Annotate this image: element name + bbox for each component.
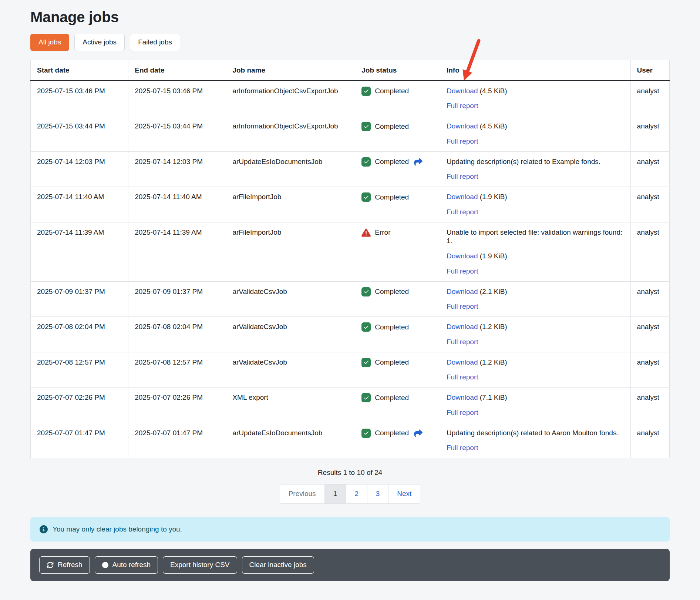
- cell-info: Download (7.1 KiB)Full report: [440, 388, 630, 423]
- full-report-link[interactable]: Full report: [447, 302, 478, 310]
- table-row: 2025-07-15 03:44 PM2025-07-15 03:44 PMar…: [31, 116, 670, 152]
- cell-user: analyst: [630, 187, 669, 222]
- clear-inactive-jobs-button[interactable]: Clear inactive jobs: [242, 556, 314, 574]
- download-link[interactable]: Download: [447, 193, 478, 201]
- export-history-csv-button[interactable]: Export history CSV: [163, 556, 237, 574]
- download-link[interactable]: Download: [447, 252, 478, 260]
- cell-job-name: arValidateCsvJob: [226, 352, 355, 388]
- share-arrow-icon: [414, 429, 423, 438]
- table-row: 2025-07-09 01:37 PM2025-07-09 01:37 PMar…: [31, 281, 670, 317]
- jobs-table-body: 2025-07-15 03:46 PM2025-07-15 03:46 PMar…: [31, 81, 670, 458]
- status-badge: Completed: [361, 157, 434, 167]
- info-line: Full report: [447, 338, 624, 346]
- dot-icon: [102, 562, 108, 568]
- download-link[interactable]: Download: [447, 358, 478, 366]
- cell-job-name: arInformationObjectCsvExportJob: [226, 81, 355, 116]
- cell-info: Download (1.2 KiB)Full report: [440, 352, 630, 388]
- cell-info: Updating description(s) related to Examp…: [440, 151, 630, 187]
- column-header-end-date: End date: [128, 60, 226, 80]
- cell-job-status: Error: [355, 222, 440, 281]
- tab-failed-jobs[interactable]: Failed jobs: [130, 34, 180, 51]
- full-report-link[interactable]: Full report: [447, 102, 478, 110]
- cell-job-status: Completed: [355, 187, 440, 222]
- table-row: 2025-07-07 01:47 PM2025-07-07 01:47 PMar…: [31, 423, 670, 458]
- cell-end-date: 2025-07-15 03:44 PM: [128, 116, 226, 152]
- cell-user: analyst: [630, 388, 669, 423]
- full-report-link[interactable]: Full report: [447, 373, 478, 381]
- info-line: Updating description(s) related to Aaron…: [447, 429, 624, 438]
- table-row: 2025-07-15 03:46 PM2025-07-15 03:46 PMar…: [31, 81, 670, 116]
- full-report-link[interactable]: Full report: [447, 338, 478, 346]
- cell-job-status: Completed: [355, 317, 440, 352]
- table-row: 2025-07-14 12:03 PM2025-07-14 12:03 PMar…: [31, 151, 670, 187]
- cell-start-date: 2025-07-14 12:03 PM: [31, 151, 128, 187]
- cell-info: Download (1.9 KiB)Full report: [440, 187, 630, 222]
- results-summary: Results 1 to 10 of 24: [30, 469, 670, 477]
- check-square-icon: [361, 322, 371, 332]
- cell-end-date: 2025-07-09 01:37 PM: [128, 281, 226, 317]
- button-label: Auto refresh: [112, 561, 151, 569]
- cell-start-date: 2025-07-15 03:46 PM: [31, 81, 128, 116]
- tab-all-jobs[interactable]: All jobs: [30, 34, 69, 51]
- tab-active-jobs[interactable]: Active jobs: [74, 34, 125, 51]
- table-row: 2025-07-14 11:40 AM2025-07-14 11:40 AMar…: [31, 187, 670, 222]
- cell-user: analyst: [630, 423, 669, 458]
- full-report-link[interactable]: Full report: [447, 208, 478, 216]
- cell-start-date: 2025-07-14 11:40 AM: [31, 187, 128, 222]
- page-item-2[interactable]: 2: [346, 484, 367, 504]
- full-report-link[interactable]: Full report: [447, 172, 478, 180]
- cell-job-name: arInformationObjectCsvExportJob: [226, 116, 355, 152]
- download-link[interactable]: Download: [447, 87, 478, 95]
- info-alert-text: You may only clear jobs belonging to you…: [53, 525, 182, 533]
- page-item-3[interactable]: 3: [367, 484, 389, 504]
- info-line: Full report: [447, 302, 624, 311]
- cell-job-status: Completed: [355, 423, 440, 458]
- full-report-link[interactable]: Full report: [447, 444, 478, 452]
- status-badge: Completed: [361, 87, 434, 96]
- share-arrow-icon: [414, 158, 423, 166]
- status-badge: Completed: [361, 322, 434, 332]
- full-report-link[interactable]: Full report: [447, 409, 478, 416]
- cell-info: Download (1.2 KiB)Full report: [440, 317, 630, 352]
- cell-start-date: 2025-07-08 02:04 PM: [31, 317, 128, 352]
- cell-user: analyst: [630, 81, 669, 116]
- check-square-icon: [361, 429, 371, 438]
- cell-info: Download (4.5 KiB)Full report: [440, 116, 630, 152]
- info-line: Full report: [447, 137, 624, 146]
- actions-bar: RefreshAuto refreshExport history CSVCle…: [30, 549, 670, 581]
- auto-refresh-button[interactable]: Auto refresh: [95, 556, 158, 574]
- jobs-table-header: Start dateEnd dateJob nameJob statusInfo…: [31, 60, 670, 80]
- info-line: Full report: [447, 101, 624, 110]
- status-label: Completed: [375, 193, 409, 202]
- page-item-previous: Previous: [280, 484, 325, 504]
- check-square-icon: [361, 87, 371, 96]
- download-link[interactable]: Download: [447, 122, 478, 130]
- error-triangle-icon: [361, 228, 371, 237]
- cell-start-date: 2025-07-07 01:47 PM: [31, 423, 128, 458]
- cell-user: analyst: [630, 222, 669, 281]
- button-label: Export history CSV: [170, 561, 230, 569]
- status-label: Completed: [375, 323, 409, 332]
- check-square-icon: [361, 157, 371, 167]
- full-report-link[interactable]: Full report: [447, 267, 478, 275]
- cell-job-status: Completed: [355, 116, 440, 152]
- download-link[interactable]: Download: [447, 393, 478, 401]
- info-line: Unable to import selected file: validati…: [447, 228, 624, 246]
- info-line: Download (2.1 KiB): [447, 287, 624, 296]
- cell-start-date: 2025-07-15 03:44 PM: [31, 116, 128, 152]
- cell-end-date: 2025-07-07 01:47 PM: [128, 423, 226, 458]
- download-link[interactable]: Download: [447, 323, 478, 331]
- check-square-icon: [361, 192, 371, 202]
- cell-end-date: 2025-07-14 11:39 AM: [128, 222, 226, 281]
- download-link[interactable]: Download: [447, 288, 478, 295]
- page-item-next[interactable]: Next: [388, 484, 420, 504]
- status-label: Completed: [375, 393, 409, 402]
- refresh-button[interactable]: Refresh: [39, 556, 90, 574]
- cell-end-date: 2025-07-07 02:26 PM: [128, 388, 226, 423]
- status-label: Completed: [375, 87, 409, 95]
- info-line: Full report: [447, 408, 624, 417]
- full-report-link[interactable]: Full report: [447, 137, 478, 145]
- table-row: 2025-07-08 12:57 PM2025-07-08 12:57 PMar…: [31, 352, 670, 388]
- cell-info: Download (2.1 KiB)Full report: [440, 281, 630, 317]
- page-title: Manage jobs: [30, 9, 670, 26]
